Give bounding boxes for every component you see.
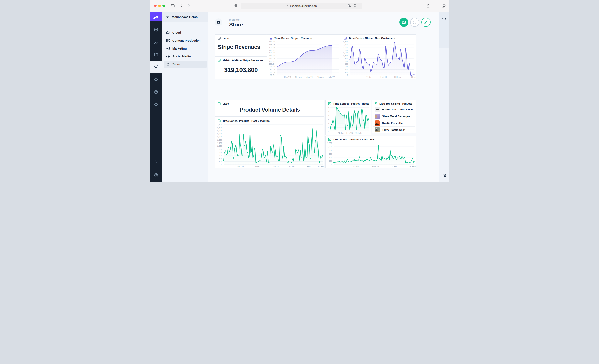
cube-icon	[154, 27, 159, 32]
product-list: Handmade Cotton Cheese Sleek Metal Sausa…	[372, 106, 416, 133]
module-help[interactable]	[150, 86, 162, 98]
module-settings[interactable]	[150, 98, 162, 111]
module-cloud[interactable]	[150, 73, 162, 86]
directus-logo[interactable]	[150, 12, 162, 21]
svg-text:120.0K: 120.0K	[269, 52, 275, 54]
chart-panel-icon	[269, 36, 273, 40]
users-icon	[154, 40, 159, 44]
items-sold-chart: 1,2001,000800600400200024 JanFeb '2208 F…	[326, 142, 416, 168]
user-avatar-icon	[154, 173, 159, 178]
close-window-button[interactable]	[154, 5, 157, 7]
panel-header-label: Metric: All-time Stripe Revenues	[222, 59, 263, 62]
notifications-button[interactable]	[150, 156, 162, 166]
fullscreen-button[interactable]	[410, 18, 419, 27]
svg-text:200: 200	[329, 160, 332, 162]
svg-text:125.0K: 125.0K	[269, 49, 275, 51]
svg-text:16 Feb: 16 Feb	[410, 76, 416, 78]
sidebar-item-social-media[interactable]: Social Media	[164, 53, 207, 60]
main-content: Insights Store Label Stripe Revenues Met…	[208, 12, 439, 182]
panel-label-stripe: Label Stripe Revenues	[215, 34, 267, 56]
svg-text:0: 0	[331, 163, 332, 166]
bell-icon	[154, 159, 159, 164]
metric-value: 319,103,800	[215, 62, 267, 79]
sidebar-toggle-icon[interactable]	[170, 4, 175, 8]
svg-text:15 Dec: 15 Dec	[254, 165, 260, 168]
list-item[interactable]: Tasty Plastic Shirt	[373, 126, 415, 133]
module-bar-bottom	[150, 156, 162, 182]
product-thumbnail	[375, 114, 380, 119]
svg-text:24 Jan: 24 Jan	[338, 132, 344, 134]
list-item[interactable]: Rustic Fresh Hat	[373, 120, 415, 126]
gear-icon	[154, 102, 159, 107]
info-sidebar-icon[interactable]	[442, 17, 446, 21]
module-users[interactable]	[150, 36, 162, 48]
fullscreen-icon	[413, 20, 417, 25]
list-item[interactable]: Sleek Metal Sausages	[373, 113, 415, 120]
svg-text:24 Jan: 24 Jan	[366, 76, 372, 78]
sidebar-item-label: Cloud	[172, 31, 181, 34]
svg-text:15 Jan: 15 Jan	[289, 165, 295, 168]
svg-text:08 Feb: 08 Feb	[391, 165, 397, 168]
zoom-window-button[interactable]	[162, 5, 165, 7]
svg-text:1,200: 1,200	[343, 57, 348, 60]
project-header[interactable]: Monospace Demo	[162, 12, 208, 22]
zoom-to-fit-button[interactable]	[399, 18, 408, 27]
svg-text:08 Feb: 08 Feb	[394, 76, 401, 78]
activity-clipboard-icon[interactable]	[442, 173, 447, 178]
panel-top-selling-products: List: Top Selling Products Handmade Cott…	[372, 100, 416, 133]
minimize-window-button[interactable]	[158, 5, 161, 7]
forward-icon[interactable]	[186, 4, 191, 8]
svg-text:Feb '22: Feb '22	[380, 76, 387, 78]
insights-sparkle-icon	[154, 65, 159, 70]
app: Monospace Demo Cloud Content Production …	[150, 12, 449, 182]
tab-overview-icon[interactable]	[441, 4, 446, 8]
info-icon[interactable]	[410, 36, 414, 40]
svg-text:1,800: 1,800	[217, 136, 222, 138]
right-rail	[439, 12, 449, 182]
privacy-shield-icon[interactable]	[234, 4, 238, 8]
svg-text:1,600: 1,600	[217, 139, 222, 141]
svg-text:Dec '21: Dec '21	[284, 76, 291, 78]
user-menu-button[interactable]	[150, 170, 162, 180]
reload-icon[interactable]	[353, 4, 357, 8]
pencil-icon	[424, 20, 428, 25]
cloud-icon	[154, 77, 159, 82]
address-bar[interactable]: example.directus.app	[241, 3, 362, 9]
help-icon	[154, 90, 159, 94]
svg-text:85.0K: 85.0K	[270, 71, 275, 73]
translate-icon[interactable]	[347, 4, 351, 8]
back-icon[interactable]	[179, 4, 184, 8]
label-text: Stripe Revenues	[215, 41, 267, 56]
product-thumbnail	[375, 120, 380, 126]
chart-panel-icon	[218, 119, 221, 123]
lock-icon	[286, 5, 289, 7]
svg-text:800: 800	[329, 149, 332, 151]
sidebar-item-store[interactable]: Store	[164, 61, 207, 68]
svg-text:400: 400	[219, 157, 222, 159]
edit-dashboard-button[interactable]	[421, 18, 431, 27]
share-icon[interactable]	[426, 4, 431, 8]
sidebar-item-marketing[interactable]: Marketing	[164, 45, 207, 52]
svg-text:800: 800	[345, 63, 348, 65]
list-item[interactable]: Handmade Cotton Cheese	[373, 106, 415, 113]
svg-text:1,200: 1,200	[217, 145, 222, 147]
dashboard-list: Cloud Content Production Marketing Socia…	[162, 22, 208, 68]
past-3-months-chart: 2,6002,4002,2002,0001,8001,6001,4001,200…	[215, 123, 324, 168]
chart-panel-icon	[374, 102, 378, 105]
svg-text:0: 0	[347, 74, 348, 76]
svg-text:Feb '22: Feb '22	[346, 132, 353, 134]
module-files[interactable]	[150, 48, 162, 61]
module-insights[interactable]	[150, 61, 162, 73]
svg-text:1,000: 1,000	[327, 145, 332, 148]
sidebar-item-cloud[interactable]: Cloud	[164, 29, 207, 36]
svg-text:Feb '22: Feb '22	[328, 76, 335, 78]
new-tab-icon[interactable]	[434, 4, 438, 8]
module-content[interactable]	[150, 23, 162, 36]
svg-text:Jan '22: Jan '22	[307, 76, 313, 78]
svg-text:100.0K: 100.0K	[269, 63, 275, 65]
breadcrumb[interactable]: Insights	[229, 18, 240, 21]
product-thumbnail	[375, 127, 380, 133]
svg-text:600: 600	[219, 154, 222, 156]
sidebar-item-content-production[interactable]: Content Production	[164, 37, 207, 44]
nav-sidebar: Monospace Demo Cloud Content Production …	[162, 12, 208, 182]
